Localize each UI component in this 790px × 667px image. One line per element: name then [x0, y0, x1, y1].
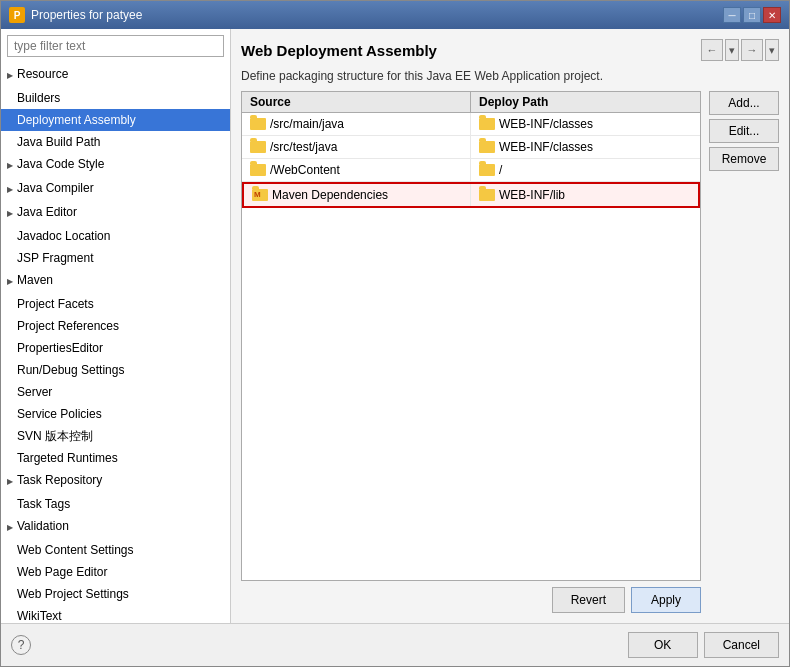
- folder-icon: [479, 141, 495, 153]
- source-text: Maven Dependencies: [272, 188, 388, 202]
- right-panel: Web Deployment Assembly ← ▾ → ▾ Define p…: [231, 29, 789, 623]
- minimize-button[interactable]: ─: [723, 7, 741, 23]
- nav-item-project-facets[interactable]: Project Facets: [1, 293, 230, 315]
- nav-item-builders[interactable]: Builders: [1, 87, 230, 109]
- source-text: /src/test/java: [270, 140, 337, 154]
- column-source: Source: [242, 92, 471, 112]
- nav-item-server[interactable]: Server: [1, 381, 230, 403]
- window-title: Properties for patyee: [31, 8, 142, 22]
- table-row[interactable]: /WebContent/: [242, 159, 700, 182]
- content-area: ResourceBuildersDeployment AssemblyJava …: [1, 29, 789, 623]
- deploy-cell-1: WEB-INF/classes: [471, 136, 700, 158]
- maven-folder-icon: [252, 189, 268, 201]
- folder-icon: [479, 118, 495, 130]
- right-buttons: Add... Edit... Remove: [709, 91, 779, 613]
- table-row[interactable]: /src/main/javaWEB-INF/classes: [242, 113, 700, 136]
- nav-item-task-repository[interactable]: Task Repository: [1, 469, 230, 493]
- maximize-button[interactable]: □: [743, 7, 761, 23]
- window-icon: P: [9, 7, 25, 23]
- table-header: Source Deploy Path: [242, 92, 700, 113]
- add-button[interactable]: Add...: [709, 91, 779, 115]
- table-row[interactable]: Maven DependenciesWEB-INF/lib: [242, 182, 700, 208]
- panel-header: Web Deployment Assembly ← ▾ → ▾: [241, 39, 779, 61]
- title-bar: P Properties for patyee ─ □ ✕: [1, 1, 789, 29]
- source-text: /src/main/java: [270, 117, 344, 131]
- nav-item-project-references[interactable]: Project References: [1, 315, 230, 337]
- cancel-button[interactable]: Cancel: [704, 632, 779, 658]
- nav-item-web-project-settings[interactable]: Web Project Settings: [1, 583, 230, 605]
- column-deploy-path: Deploy Path: [471, 92, 700, 112]
- folder-icon: [250, 141, 266, 153]
- close-button[interactable]: ✕: [763, 7, 781, 23]
- help-button[interactable]: ?: [11, 635, 31, 655]
- assembly-table: Source Deploy Path /src/main/javaWEB-INF…: [241, 91, 701, 581]
- nav-item-service-policies[interactable]: Service Policies: [1, 403, 230, 425]
- main-content: Source Deploy Path /src/main/javaWEB-INF…: [241, 91, 779, 613]
- source-cell-2: /WebContent: [242, 159, 471, 181]
- revert-apply-area: Revert Apply: [241, 581, 701, 613]
- folder-icon: [250, 164, 266, 176]
- nav-item-task-tags[interactable]: Task Tags: [1, 493, 230, 515]
- title-bar-left: P Properties for patyee: [9, 7, 142, 23]
- nav-item-targeted-runtimes[interactable]: Targeted Runtimes: [1, 447, 230, 469]
- main-window: P Properties for patyee ─ □ ✕ ResourceBu…: [0, 0, 790, 667]
- source-cell-1: /src/test/java: [242, 136, 471, 158]
- deploy-text: /: [499, 163, 502, 177]
- deploy-text: WEB-INF/lib: [499, 188, 565, 202]
- deploy-text: WEB-INF/classes: [499, 140, 593, 154]
- filter-input[interactable]: [7, 35, 224, 57]
- nav-item-java-compiler[interactable]: Java Compiler: [1, 177, 230, 201]
- deploy-cell-0: WEB-INF/classes: [471, 113, 700, 135]
- panel-description: Define packaging structure for this Java…: [241, 69, 779, 83]
- panel-nav-buttons: ← ▾ → ▾: [701, 39, 779, 61]
- source-text: /WebContent: [270, 163, 340, 177]
- nav-forward-dropdown[interactable]: ▾: [765, 39, 779, 61]
- table-section: Source Deploy Path /src/main/javaWEB-INF…: [241, 91, 701, 613]
- deploy-cell-2: /: [471, 159, 700, 181]
- title-bar-controls: ─ □ ✕: [723, 7, 781, 23]
- nav-item-svn-[interactable]: SVN 版本控制: [1, 425, 230, 447]
- nav-item-java-code-style[interactable]: Java Code Style: [1, 153, 230, 177]
- nav-item-resource[interactable]: Resource: [1, 63, 230, 87]
- nav-item-rundebug-settings[interactable]: Run/Debug Settings: [1, 359, 230, 381]
- source-cell-3: Maven Dependencies: [244, 184, 471, 206]
- table-row[interactable]: /src/test/javaWEB-INF/classes: [242, 136, 700, 159]
- nav-item-deployment-assembly[interactable]: Deployment Assembly: [1, 109, 230, 131]
- nav-item-java-build-path[interactable]: Java Build Path: [1, 131, 230, 153]
- footer-bar: ? OK Cancel: [1, 623, 789, 666]
- nav-item-wikitext[interactable]: WikiText: [1, 605, 230, 623]
- folder-icon: [479, 189, 495, 201]
- ok-button[interactable]: OK: [628, 632, 698, 658]
- nav-item-web-page-editor[interactable]: Web Page Editor: [1, 561, 230, 583]
- revert-button[interactable]: Revert: [552, 587, 625, 613]
- left-panel: ResourceBuildersDeployment AssemblyJava …: [1, 29, 231, 623]
- nav-item-maven[interactable]: Maven: [1, 269, 230, 293]
- nav-item-validation[interactable]: Validation: [1, 515, 230, 539]
- footer-buttons: OK Cancel: [628, 632, 779, 658]
- deploy-text: WEB-INF/classes: [499, 117, 593, 131]
- nav-item-javadoc-location[interactable]: Javadoc Location: [1, 225, 230, 247]
- nav-item-propertieseditor[interactable]: PropertiesEditor: [1, 337, 230, 359]
- nav-item-java-editor[interactable]: Java Editor: [1, 201, 230, 225]
- folder-icon: [479, 164, 495, 176]
- nav-forward-button[interactable]: →: [741, 39, 763, 61]
- edit-button[interactable]: Edit...: [709, 119, 779, 143]
- nav-back-button[interactable]: ←: [701, 39, 723, 61]
- remove-button[interactable]: Remove: [709, 147, 779, 171]
- folder-icon: [250, 118, 266, 130]
- source-cell-0: /src/main/java: [242, 113, 471, 135]
- nav-item-jsp-fragment[interactable]: JSP Fragment: [1, 247, 230, 269]
- nav-list: ResourceBuildersDeployment AssemblyJava …: [1, 63, 230, 623]
- apply-button[interactable]: Apply: [631, 587, 701, 613]
- nav-item-web-content-settings[interactable]: Web Content Settings: [1, 539, 230, 561]
- panel-title: Web Deployment Assembly: [241, 42, 437, 59]
- deploy-cell-3: WEB-INF/lib: [471, 184, 698, 206]
- table-body: /src/main/javaWEB-INF/classes/src/test/j…: [242, 113, 700, 580]
- nav-back-dropdown[interactable]: ▾: [725, 39, 739, 61]
